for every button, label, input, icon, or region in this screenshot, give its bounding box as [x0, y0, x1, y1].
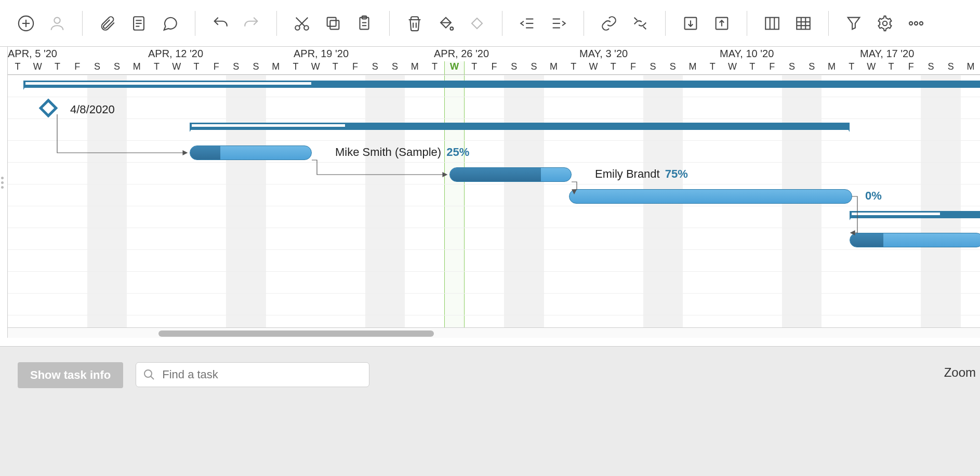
timeline-header: APR, 5 '20APR, 12 '20APR, 19 '20APR, 26 … [8, 47, 980, 75]
svg-rect-21 [472, 18, 482, 28]
panel-grip[interactable] [1, 177, 4, 189]
svg-point-43 [920, 21, 923, 24]
day-cell: T [564, 61, 584, 72]
svg-rect-35 [797, 17, 810, 29]
day-cell: W [862, 61, 881, 72]
separator [276, 11, 277, 36]
day-cell: M [266, 61, 286, 72]
day-cell: S [802, 61, 822, 72]
settings-button[interactable] [875, 13, 895, 34]
day-cell: F [762, 61, 782, 72]
day-cell: T [881, 61, 901, 72]
task-bar-1[interactable] [190, 146, 312, 160]
notes-button[interactable] [128, 13, 149, 34]
separator [502, 11, 502, 36]
week-label: MAY, 17 '20 [860, 48, 914, 60]
scrollbar-thumb[interactable] [158, 330, 434, 337]
day-cell: T [187, 61, 206, 72]
copy-button[interactable] [323, 13, 343, 34]
undo-button[interactable] [210, 13, 231, 34]
day-cell: S [246, 61, 266, 72]
task-bar-3[interactable] [569, 189, 852, 204]
day-cell: T [147, 61, 166, 72]
milestone-shape-button[interactable] [467, 13, 487, 34]
day-cell: S [663, 61, 683, 72]
add-button[interactable] [16, 13, 36, 34]
summary-bar-1[interactable] [23, 81, 980, 88]
export-button[interactable] [711, 13, 732, 34]
milestone-label: 4/8/2020 [70, 103, 115, 116]
svg-line-28 [634, 17, 638, 20]
day-cell: T [703, 61, 722, 72]
summary-bar-3[interactable] [850, 211, 980, 218]
unlink-button[interactable] [630, 13, 651, 34]
svg-point-41 [909, 21, 912, 24]
day-cell: F [206, 61, 226, 72]
separator [828, 11, 829, 36]
svg-point-20 [451, 27, 454, 30]
day-cell: S [504, 61, 524, 72]
filter-button[interactable] [843, 13, 864, 34]
gantt-row [8, 97, 980, 118]
day-cell: W [722, 61, 742, 72]
day-cell: T [842, 61, 862, 72]
grid-button[interactable] [793, 13, 814, 34]
separator [195, 11, 195, 36]
attach-button[interactable] [97, 13, 118, 34]
task-bar-4[interactable] [850, 233, 980, 247]
day-cell: S [941, 61, 961, 72]
more-button[interactable] [906, 13, 926, 34]
svg-point-48 [144, 370, 152, 377]
week-label: APR, 5 '20 [8, 48, 57, 60]
svg-point-40 [883, 21, 888, 25]
day-cell: S [921, 61, 941, 72]
separator [665, 11, 666, 36]
zoom-label: Zoom [944, 365, 976, 380]
find-task-input[interactable] [136, 362, 369, 387]
day-cell: F [68, 61, 87, 72]
horizontal-scrollbar[interactable] [8, 327, 980, 338]
assign-button[interactable] [47, 13, 68, 34]
summary-bar-2[interactable] [190, 123, 850, 130]
task-bar-2[interactable] [449, 167, 572, 182]
cut-button[interactable] [292, 13, 312, 34]
day-cell: T [743, 61, 762, 72]
day-cell: T [603, 61, 623, 72]
columns-button[interactable] [762, 13, 783, 34]
show-task-info-button[interactable]: Show task info [18, 362, 123, 388]
day-cell: T [425, 61, 444, 72]
separator [584, 11, 584, 36]
gantt-row [8, 249, 980, 271]
week-label: APR, 19 '20 [294, 48, 349, 60]
svg-rect-32 [765, 17, 779, 29]
day-cell: S [782, 61, 802, 72]
day-cell: F [623, 61, 643, 72]
find-task-wrap [136, 362, 369, 387]
gantt-row [8, 293, 980, 315]
delete-button[interactable] [404, 13, 425, 34]
day-cell: S [643, 61, 663, 72]
day-cell: S [107, 61, 127, 72]
comment-button[interactable] [160, 13, 180, 34]
week-label: MAY, 3 '20 [579, 48, 628, 60]
indent-button[interactable] [548, 13, 569, 34]
svg-rect-12 [330, 20, 339, 29]
day-cell: M [822, 61, 841, 72]
gantt-row [8, 228, 980, 249]
outdent-button[interactable] [517, 13, 538, 34]
link-button[interactable] [599, 13, 619, 34]
bottom-bar: Show task info Zoom [0, 346, 980, 476]
day-cell: M [961, 61, 980, 72]
day-cell: S [87, 61, 107, 72]
import-button[interactable] [680, 13, 701, 34]
redo-button[interactable] [241, 13, 262, 34]
paste-button[interactable] [354, 13, 375, 34]
day-cell: M [405, 61, 425, 72]
day-cell: W [28, 61, 47, 72]
gantt-timeline: APR, 5 '20APR, 12 '20APR, 19 '20APR, 26 … [7, 47, 980, 338]
day-cell: T [286, 61, 306, 72]
paint-button[interactable] [435, 13, 456, 34]
day-cell: W [306, 61, 325, 72]
day-cell: M [544, 61, 564, 72]
svg-point-3 [54, 17, 60, 23]
